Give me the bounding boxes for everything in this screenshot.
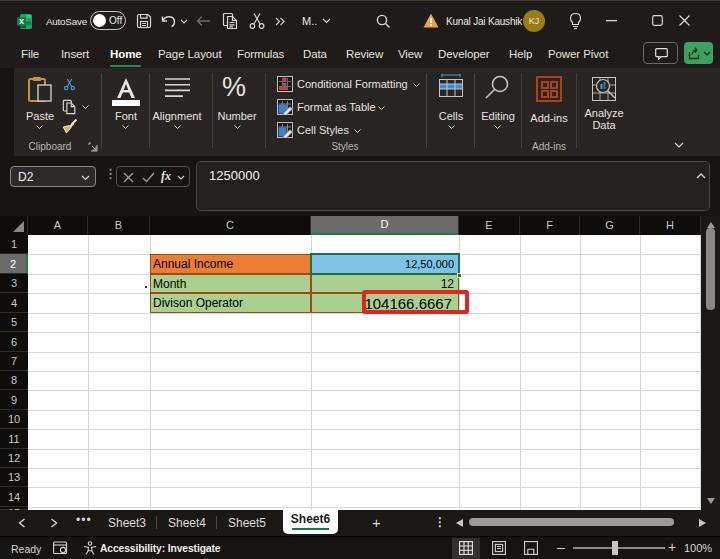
svg-text:X: X: [19, 17, 24, 26]
